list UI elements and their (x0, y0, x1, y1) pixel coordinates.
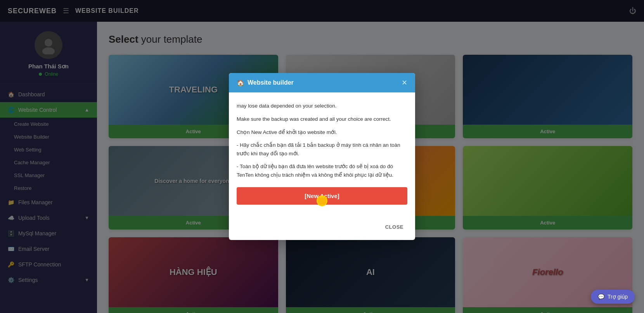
modal-text-1: may lose data depended on your selection… (237, 102, 407, 110)
modal-title: 🏠 Website builder (237, 79, 294, 87)
modal-home-icon: 🏠 (237, 79, 244, 87)
modal-footer: CLOSE (229, 217, 415, 240)
support-label: Trợ giúp (608, 294, 628, 300)
modal-body: may lose data depended on your selection… (229, 92, 415, 217)
modal-text-4: - Hãy chắc chắn bạn đã tải 1 bản backup … (237, 141, 407, 158)
modal-text-3: Chọn New Active để khởi tạo website mới. (237, 128, 407, 137)
modal-close-button[interactable]: CLOSE (381, 222, 407, 232)
modal-header: 🏠 Website builder ✕ (229, 73, 415, 92)
modal-overlay: 🏠 Website builder ✕ may lose data depend… (0, 0, 644, 313)
modal-text-5: - Toàn bộ dữ liệu bạn đã đưa lên website… (237, 162, 407, 179)
modal-text-2: Make sure the backup was created and all… (237, 115, 407, 123)
chat-icon: 💬 (598, 294, 604, 300)
support-chat-button[interactable]: 💬 Trợ giúp (591, 290, 635, 304)
cursor-dot (317, 195, 327, 206)
modal-dialog: 🏠 Website builder ✕ may lose data depend… (229, 73, 415, 240)
new-active-button[interactable]: [New Active] (237, 187, 407, 205)
modal-close-x-button[interactable]: ✕ (402, 78, 407, 87)
cursor-indicator (317, 195, 327, 206)
